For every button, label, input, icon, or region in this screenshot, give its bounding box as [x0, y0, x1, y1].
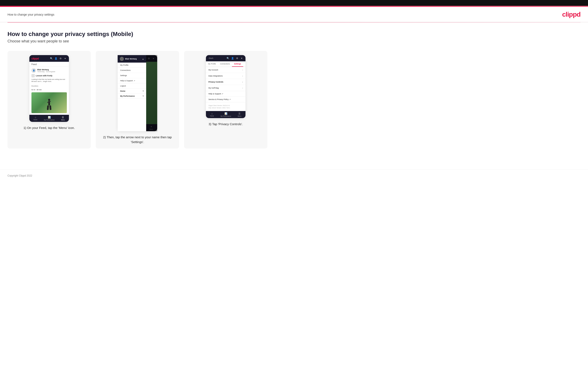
step3-phone: ‹ Back 🔍 👤 ⚙ ▾ My Profile Connections Se… — [206, 55, 245, 118]
step3-chevron-icon: ▾ — [240, 57, 243, 60]
step3-item-myaccount[interactable]: My Account › — [206, 67, 245, 73]
step3-help-label: Help & Support ↗ — [208, 93, 223, 95]
performance-icon: 📊 — [48, 116, 51, 119]
step1-phone-nav: clippd 🔍 👤 ⚙ ▾ — [29, 55, 69, 62]
step3-bottom-performance[interactable]: 📊 My Performance — [221, 112, 231, 117]
page-heading: How to change your privacy settings (Mob… — [8, 31, 580, 37]
step2-menu-help[interactable]: Help & Support ↗ — [118, 78, 146, 83]
step3-golf-bag-label: My Golf Bag — [208, 87, 219, 89]
step3-settings-tabs: My Profile Connections Settings — [206, 61, 245, 67]
step3-item-data-integrations[interactable]: Data Integrations › — [206, 73, 245, 79]
step1-menu-label: Menu — [61, 119, 65, 121]
page-subheading: Choose what you want people to see — [8, 39, 580, 43]
step2-menu-chevron-up: ▲ — [142, 58, 144, 60]
step2-menu-connections[interactable]: Connections — [118, 68, 146, 73]
step3-search-icon: 🔍 — [226, 57, 230, 60]
home-chevron-icon: ▾ — [143, 90, 144, 92]
policy-external-icon: ↗ — [229, 99, 231, 100]
search-icon: 🔍 — [50, 57, 53, 60]
main-content: How to change your privacy settings (Mob… — [0, 23, 588, 161]
step1-lesson-row: Lesson with Fordy — [31, 74, 67, 77]
step1-feed-user-row: 👤 Blair McHarg Yesterday · Sunningdale — [31, 68, 67, 73]
step2-right-overlay — [146, 55, 157, 131]
logo: clippd — [562, 11, 580, 18]
step3-item-golf-bag[interactable]: My Golf Bag › — [206, 85, 245, 91]
step3-item-help[interactable]: Help & Support ↗ — [206, 91, 245, 97]
step-3-card: ‹ Back 🔍 👤 ⚙ ▾ My Profile Connections Se… — [184, 51, 267, 149]
footer: Copyright Clippd 2022 — [0, 169, 588, 182]
step2-menu-my-profile[interactable]: My Profile — [118, 63, 146, 68]
external-link-icon: ↗ — [134, 80, 135, 82]
step-2-card: clippd 🔍 👤 ⚙ ▾ ⌂ Home — [96, 51, 179, 149]
step1-feed-image — [31, 92, 67, 113]
step3-perf-icon: 📊 — [225, 112, 227, 115]
step3-home-icon: ⌂ — [211, 112, 213, 115]
myaccount-chevron: › — [242, 69, 243, 71]
step-2-caption: 2) Then, tap the arrow next to your name… — [100, 135, 175, 144]
step3-tab-connections[interactable]: Connections — [218, 61, 232, 67]
step3-bottom-nav: ⌂ Home 📊 My Performance ☰ Menu — [206, 111, 245, 118]
step3-nav-icons: 🔍 👤 ⚙ ▾ — [226, 57, 243, 60]
step3-data-integrations-label: Data Integrations — [208, 75, 223, 77]
step1-feed-avatar: 👤 — [31, 68, 36, 73]
steps-container: clippd 🔍 👤 ⚙ ▾ Feed 👤 Blair McHar — [8, 51, 580, 149]
step2-menu-spacer — [118, 99, 146, 131]
step1-bottom-home[interactable]: ⌂ Home — [34, 116, 37, 121]
golfer-silhouette — [46, 99, 52, 113]
step1-bottom-menu[interactable]: ☰ Menu — [61, 116, 65, 121]
step1-bottom-performance[interactable]: 📊 My Performance — [44, 116, 55, 121]
step-1-phone: clippd 🔍 👤 ⚙ ▾ Feed 👤 Blair McHar — [29, 55, 69, 122]
step2-menu-overlay: Blair McHarg ▲ My Profile Connections Se… — [118, 55, 157, 131]
step1-lesson-icon — [31, 74, 35, 77]
step2-menu-logout[interactable]: Logout — [118, 83, 146, 89]
perf-chevron-icon: ▾ — [143, 95, 144, 97]
step3-menu-label: Menu — [238, 115, 242, 117]
step1-username: Blair McHarg — [37, 69, 55, 71]
step2-menu-user-left: Blair McHarg — [120, 57, 137, 61]
step1-user-info: Blair McHarg Yesterday · Sunningdale — [37, 69, 55, 73]
header: How to change your privacy settings clip… — [0, 7, 588, 22]
step3-item-privacy-controls[interactable]: Privacy Controls › — [206, 79, 245, 85]
step2-menu-settings[interactable]: Settings — [118, 73, 146, 78]
step3-myaccount-label: My Account — [208, 69, 218, 71]
step1-feed-card: 👤 Blair McHarg Yesterday · Sunningdale L… — [29, 67, 69, 115]
step3-privacy-controls-label: Privacy Controls — [208, 81, 223, 83]
step3-back-button[interactable]: ‹ Back — [208, 57, 213, 59]
menu-icon: ☰ — [62, 116, 64, 119]
step1-bottom-nav: ⌂ Home 📊 My Performance ☰ Menu — [29, 115, 69, 122]
step1-phone-logo: clippd — [31, 57, 39, 60]
home-icon: ⌂ — [35, 116, 36, 118]
data-integrations-chevron: › — [242, 75, 243, 77]
svg-rect-2 — [47, 105, 49, 110]
step2-menu-user-row: Blair McHarg ▲ — [118, 55, 146, 63]
privacy-controls-chevron: › — [242, 81, 243, 83]
step3-bottom-menu[interactable]: ☰ Menu — [238, 112, 242, 117]
step1-duration-label: Duration — [31, 83, 67, 87]
step3-privacy-policy-label: Service & Privacy Policy ↗ — [208, 98, 231, 100]
step2-menu-username: Blair McHarg — [125, 58, 137, 60]
step3-profile-icon: 👤 — [231, 57, 234, 60]
step3-tab-myprofile[interactable]: My Profile — [206, 61, 218, 67]
svg-point-0 — [48, 99, 50, 101]
step2-phone-wrapper: clippd 🔍 👤 ⚙ ▾ ⌂ Home — [118, 55, 157, 131]
header-title: How to change your privacy settings — [8, 13, 54, 16]
step3-home-label: Home — [210, 115, 214, 117]
step1-feed-text: Looking to feel like my hands are exitin… — [31, 78, 67, 83]
step2-menu-perf-section[interactable]: My Performance ▾ — [118, 93, 146, 99]
step-1-caption: 1) On your Feed, tap the 'Menu' icon. — [24, 125, 75, 130]
step2-menu-panel: Blair McHarg ▲ My Profile Connections Se… — [118, 55, 146, 131]
profile-icon: 👤 — [54, 57, 58, 60]
top-bar — [0, 0, 588, 6]
step1-feed-label: Feed — [29, 62, 69, 67]
step2-menu-home-section[interactable]: Home ▾ — [118, 89, 146, 93]
step3-menu-icon: ☰ — [238, 112, 241, 115]
step-1-card: clippd 🔍 👤 ⚙ ▾ Feed 👤 Blair McHar — [8, 51, 91, 149]
step1-performance-label: My Performance — [44, 119, 55, 121]
step1-date: Yesterday · Sunningdale — [37, 71, 55, 73]
step3-version-info: Clippd Client Version: 2022.8.3-3GQL Ser… — [206, 102, 245, 111]
step3-bottom-home[interactable]: ⌂ Home — [210, 112, 214, 117]
step3-item-privacy-policy[interactable]: Service & Privacy Policy ↗ — [206, 97, 245, 102]
chevron-down-icon: ▾ — [63, 57, 67, 60]
step3-tab-settings[interactable]: Settings — [232, 61, 243, 67]
step1-home-label: Home — [34, 119, 37, 120]
